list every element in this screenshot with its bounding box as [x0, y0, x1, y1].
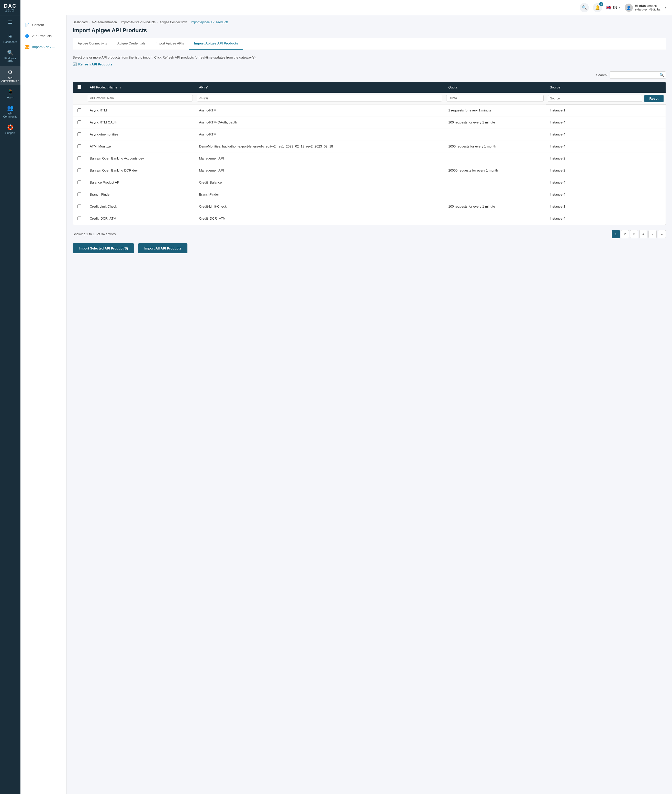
breadcrumb-import-apis[interactable]: Import APIs/API Products — [121, 21, 155, 24]
tab-apigee-connectivity[interactable]: Apigee Connectivity — [73, 38, 112, 50]
row-checkbox[interactable] — [77, 204, 81, 208]
second-sidebar-item-import-apis[interactable]: 🔁 Import APIs / ... — [21, 42, 66, 53]
row-checkbox[interactable] — [77, 181, 81, 184]
breadcrumb: Dashboard › API Administration › Import … — [73, 21, 666, 24]
row-checkbox[interactable] — [77, 109, 81, 112]
breadcrumb-dashboard[interactable]: Dashboard — [73, 21, 88, 24]
language-label: EN — [613, 6, 617, 10]
row-checkbox[interactable] — [77, 168, 81, 172]
notifications-button[interactable]: 🔔 0 — [593, 3, 602, 12]
filter-quota[interactable] — [446, 95, 544, 101]
notification-badge: 0 — [599, 2, 603, 6]
hamburger-menu[interactable]: ☰ — [0, 16, 21, 28]
sidebar-item-support[interactable]: 🛟 Support — [0, 121, 21, 137]
row-name: Credit_DCR_ATM — [86, 213, 195, 225]
refresh-icon: 🔄 — [73, 62, 77, 66]
row-apis: Async-RTM-OAuth, oauth — [195, 117, 444, 129]
language-selector[interactable]: 🇬🇧 EN ▼ — [606, 5, 621, 10]
search-input[interactable] — [610, 71, 666, 79]
api-products-table: API Product Name ⇅ API(s) Quota Source — [73, 82, 666, 225]
table-row: Bahrain Open Banking Accounts dev Manage… — [73, 153, 666, 165]
filter-checkbox-cell — [73, 93, 86, 105]
row-checkbox[interactable] — [77, 157, 81, 160]
select-all-checkbox[interactable] — [77, 85, 81, 89]
tab-import-apigee-api-products[interactable]: Import Apigee API Products — [189, 38, 243, 50]
filter-source[interactable] — [548, 95, 642, 102]
breadcrumb-sep-2: › — [118, 21, 119, 24]
breadcrumb-sep-3: › — [157, 21, 158, 24]
tab-import-apigee-apis[interactable]: Import Apigee APIs — [150, 38, 189, 50]
row-source: Instance-4 — [546, 177, 666, 189]
pagination-info: Showing 1 to 10 of 34 entries — [73, 232, 115, 236]
row-source: Instance-4 — [546, 141, 666, 153]
page-btn-1[interactable]: 1 — [612, 230, 620, 238]
breadcrumb-apigee-connectivity[interactable]: Apigee Connectivity — [160, 21, 187, 24]
page-btn-3[interactable]: 3 — [630, 230, 638, 238]
page-btn-2[interactable]: 2 — [621, 230, 629, 238]
user-menu[interactable]: 👤 Hi ekta umare ekta.u+pm@digita... ▼ — [625, 3, 667, 12]
page-btn-4[interactable]: 4 — [639, 230, 648, 238]
sidebar-item-api-admin[interactable]: ⚙ API Administration — [0, 66, 21, 85]
refresh-link[interactable]: 🔄 Refresh API Products — [73, 62, 112, 66]
row-quota: 100 requests for every 1 minute — [444, 201, 546, 213]
apps-icon: 📱 — [7, 88, 14, 94]
search-icon-button[interactable]: 🔍 — [659, 73, 664, 77]
row-checkbox[interactable] — [77, 120, 81, 124]
breadcrumb-current: Import Apigee API Products — [191, 21, 228, 24]
row-source: Instance-1 — [546, 201, 666, 213]
row-checkbox[interactable] — [77, 144, 81, 148]
second-sidebar: 📄 Content 🔷 API Products 🔁 Import APIs /… — [21, 15, 67, 794]
api-admin-icon: ⚙ — [8, 69, 13, 75]
sidebar-item-api-community[interactable]: 👥 API Community — [0, 102, 21, 121]
row-name: Balance Product API — [86, 177, 195, 189]
pagination: 1 2 3 4 › » — [612, 230, 666, 238]
row-checkbox-cell — [73, 177, 86, 189]
user-email: ekta.u+pm@digita... — [635, 8, 662, 11]
content-icon: 📄 — [24, 22, 30, 27]
breadcrumb-sep-4: › — [188, 21, 189, 24]
second-sidebar-item-api-products[interactable]: 🔷 API Products — [21, 30, 66, 42]
row-source: Instance-4 — [546, 189, 666, 201]
page-title: Import Apigee API Products — [73, 27, 666, 34]
row-checkbox-cell — [73, 213, 86, 225]
avatar: 👤 — [625, 3, 633, 12]
reset-filter-button[interactable]: Reset — [645, 95, 664, 102]
row-checkbox-cell — [73, 189, 86, 201]
import-all-button[interactable]: Import All API Products — [138, 243, 187, 253]
row-checkbox[interactable] — [77, 133, 81, 136]
sidebar-item-find-apis[interactable]: 🔍 Find your APIs — [0, 46, 21, 66]
row-apis: Async-RTM — [195, 105, 444, 117]
row-quota — [444, 177, 546, 189]
page-btn-next[interactable]: › — [648, 230, 657, 238]
tabs-container: Apigee Connectivity Apigee Credentials I… — [73, 38, 666, 50]
table-row: ATM_Monitize DemoMonitize, hackathon-exp… — [73, 141, 666, 153]
row-quota — [444, 129, 546, 141]
row-apis: Credit-Limit-Check — [195, 201, 444, 213]
logo-sub: DIGITAL APICRAFT — [2, 9, 18, 13]
sidebar-item-label: Apps — [7, 96, 13, 99]
flag-icon: 🇬🇧 — [606, 5, 611, 10]
second-sidebar-item-content[interactable]: 📄 Content — [21, 19, 66, 30]
row-checkbox[interactable] — [77, 217, 81, 220]
sidebar-item-apps[interactable]: 📱 Apps — [0, 85, 21, 102]
page-btn-last[interactable]: » — [658, 230, 666, 238]
row-apis: BranchFinder — [195, 189, 444, 201]
breadcrumb-api-admin[interactable]: API Administration — [92, 21, 117, 24]
dashboard-icon: ⊞ — [8, 33, 13, 39]
filter-source-cell: Reset — [546, 93, 666, 105]
filter-api-product-name[interactable] — [88, 95, 193, 101]
refresh-label: Refresh API Products — [78, 62, 112, 66]
table-row: Branch Finder BranchFinder Instance-4 — [73, 189, 666, 201]
table-row: Credit Limit Check Credit-Limit-Check 10… — [73, 201, 666, 213]
tab-apigee-credentials[interactable]: Apigee Credentials — [112, 38, 150, 50]
filter-apis[interactable] — [197, 95, 442, 101]
sidebar-item-dashboard[interactable]: ⊞ Dashboard — [0, 30, 21, 46]
row-quota: 100 requests for every 1 minute — [444, 117, 546, 129]
row-quota — [444, 189, 546, 201]
import-selected-button[interactable]: Import Selected API Product(S) — [73, 243, 134, 253]
search-button[interactable]: 🔍 — [580, 3, 589, 12]
row-name: ATM_Monitize — [86, 141, 195, 153]
sidebar-nav: ⊞ Dashboard 🔍 Find your APIs ⚙ API Admin… — [0, 28, 21, 137]
sort-icon[interactable]: ⇅ — [119, 86, 121, 89]
row-checkbox[interactable] — [77, 192, 81, 197]
